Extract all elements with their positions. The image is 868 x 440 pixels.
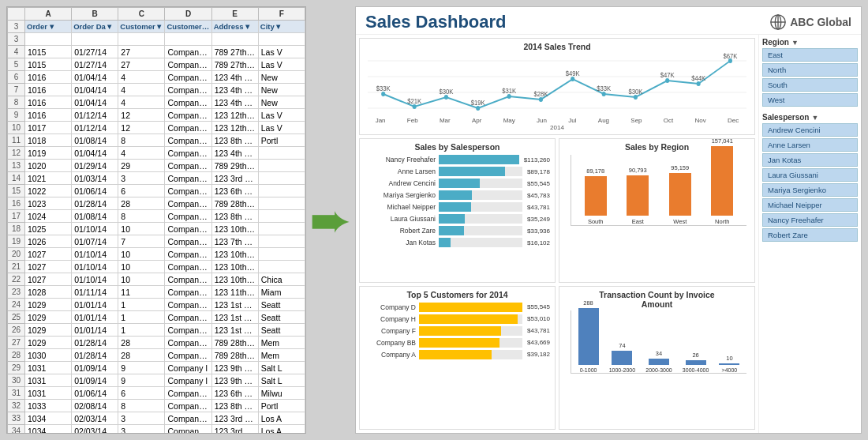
cell-city[interactable]: [258, 197, 305, 210]
cell-cust-id[interactable]: 8: [118, 134, 165, 147]
cell-city[interactable]: [258, 172, 305, 185]
cell-date[interactable]: 01/27/14: [72, 46, 118, 58]
cell-order[interactable]: 1021: [25, 172, 72, 185]
cell-address[interactable]: 789 27th Street: [211, 46, 258, 58]
cell-order[interactable]: 1027: [25, 273, 72, 286]
cell-cust-name[interactable]: Company F: [165, 185, 211, 197]
cell-date[interactable]: 01/29/14: [72, 160, 118, 172]
cell-city[interactable]: Miam: [258, 286, 305, 299]
cell-cust-id[interactable]: 3: [118, 172, 165, 185]
cell-cust-id[interactable]: 6: [118, 185, 165, 197]
cell-address[interactable]: 123 4th Street: [211, 84, 258, 96]
cell-date[interactable]: 02/08/14: [72, 400, 118, 412]
cell-city[interactable]: Salt L: [258, 374, 305, 387]
cell-city[interactable]: Mem: [258, 349, 305, 362]
cell-cust-id[interactable]: 4: [118, 96, 165, 109]
filter-customer-name[interactable]: Customer Nam ▾: [165, 21, 211, 33]
cell-address[interactable]: 123 9th Street: [211, 362, 258, 374]
cell-order[interactable]: 1015: [25, 46, 72, 58]
cell-order[interactable]: 1029: [25, 311, 72, 324]
cell-order[interactable]: 1015: [25, 58, 72, 71]
cell-cust-id[interactable]: 1: [118, 299, 165, 311]
cell-cust-name[interactable]: Company D: [165, 84, 211, 96]
cell-cust-id[interactable]: 10: [118, 261, 165, 273]
cell-address[interactable]: [211, 33, 258, 46]
cell-cust-id[interactable]: [118, 33, 165, 46]
cell-order[interactable]: 1027: [25, 248, 72, 261]
cell-city[interactable]: Las V: [258, 109, 305, 122]
cell-order[interactable]: 1028: [25, 286, 72, 299]
filter-city[interactable]: City ▾: [258, 21, 305, 33]
cell-address[interactable]: 123 6th Street: [211, 387, 258, 400]
cell-date[interactable]: 01/28/14: [72, 337, 118, 349]
cell-cust-name[interactable]: Company A: [165, 324, 211, 337]
filter-address[interactable]: Address ▾: [211, 21, 258, 33]
cell-cust-id[interactable]: 27: [118, 58, 165, 71]
cell-cust-id[interactable]: 6: [118, 387, 165, 400]
cell-order[interactable]: 1027: [25, 261, 72, 273]
cell-address[interactable]: 789 28th Stre: [211, 197, 258, 210]
cell-cust-id[interactable]: 4: [118, 84, 165, 96]
cell-cust-name[interactable]: [165, 33, 211, 46]
cell-order[interactable]: 1031: [25, 362, 72, 374]
cell-cust-name[interactable]: Company J: [165, 261, 211, 273]
region-east-btn[interactable]: East: [762, 48, 858, 62]
cell-date[interactable]: 01/28/14: [72, 349, 118, 362]
cell-order[interactable]: 1029: [25, 299, 72, 311]
cell-date[interactable]: 01/04/14: [72, 147, 118, 160]
cell-order[interactable]: 1031: [25, 374, 72, 387]
cell-city[interactable]: Salt L: [258, 362, 305, 374]
cell-address[interactable]: 123 10th Street: [211, 273, 258, 286]
cell-cust-name[interactable]: Company C: [165, 412, 211, 425]
cell-cust-id[interactable]: 4: [118, 147, 165, 160]
cell-cust-name[interactable]: Company H: [165, 134, 211, 147]
sp-andrew-btn[interactable]: Andrew Cencini: [762, 123, 858, 137]
cell-order[interactable]: 1034: [25, 425, 72, 434]
cell-city[interactable]: [258, 210, 305, 223]
cell-city[interactable]: Las V: [258, 58, 305, 71]
cell-address[interactable]: 123 4th Street: [211, 96, 258, 109]
cell-date[interactable]: 01/10/14: [72, 223, 118, 235]
cell-city[interactable]: Las V: [258, 46, 305, 58]
cell-date[interactable]: 01/01/14: [72, 324, 118, 337]
cell-date[interactable]: 02/03/14: [72, 412, 118, 425]
cell-cust-id[interactable]: 1: [118, 311, 165, 324]
cell-order[interactable]: 1023: [25, 197, 72, 210]
cell-address[interactable]: 123 11th Street: [211, 286, 258, 299]
cell-date[interactable]: 01/01/14: [72, 299, 118, 311]
cell-date[interactable]: 01/12/14: [72, 122, 118, 134]
cell-cust-id[interactable]: 8: [118, 400, 165, 412]
cell-cust-id[interactable]: 8: [118, 210, 165, 223]
cell-date[interactable]: 01/07/14: [72, 235, 118, 248]
cell-city[interactable]: Seatt: [258, 311, 305, 324]
cell-address[interactable]: 123 8th Stre: [211, 210, 258, 223]
cell-address[interactable]: 123 7th Stre: [211, 235, 258, 248]
cell-order[interactable]: 1017: [25, 122, 72, 134]
cell-order[interactable]: 1026: [25, 235, 72, 248]
cell-cust-name[interactable]: Company J: [165, 273, 211, 286]
cell-cust-id[interactable]: 4: [118, 71, 165, 84]
cell-date[interactable]: 02/03/14: [72, 425, 118, 434]
cell-date[interactable]: 01/08/14: [72, 134, 118, 147]
cell-cust-name[interactable]: Company H: [165, 400, 211, 412]
cell-order[interactable]: [25, 33, 72, 46]
cell-cust-id[interactable]: 10: [118, 273, 165, 286]
cell-address[interactable]: 123 3rd Street: [211, 172, 258, 185]
cell-date[interactable]: 01/09/14: [72, 374, 118, 387]
cell-order[interactable]: 1025: [25, 223, 72, 235]
sp-mariya-btn[interactable]: Mariya Sergienko: [762, 183, 858, 197]
filter-order-date[interactable]: Order Da ▾: [72, 21, 118, 33]
cell-cust-id[interactable]: 10: [118, 248, 165, 261]
cell-cust-id[interactable]: 7: [118, 235, 165, 248]
cell-city[interactable]: Milwu: [258, 387, 305, 400]
cell-cust-id[interactable]: 10: [118, 223, 165, 235]
cell-address[interactable]: 789 27th Street: [211, 58, 258, 71]
cell-city[interactable]: [258, 223, 305, 235]
cell-date[interactable]: 01/03/14: [72, 172, 118, 185]
cell-city[interactable]: [258, 185, 305, 197]
cell-cust-name[interactable]: Company BB: [165, 337, 211, 349]
cell-cust-name[interactable]: Company I: [165, 374, 211, 387]
cell-cust-name[interactable]: Company L: [165, 109, 211, 122]
cell-city[interactable]: [258, 235, 305, 248]
cell-cust-name[interactable]: Company BB: [165, 197, 211, 210]
